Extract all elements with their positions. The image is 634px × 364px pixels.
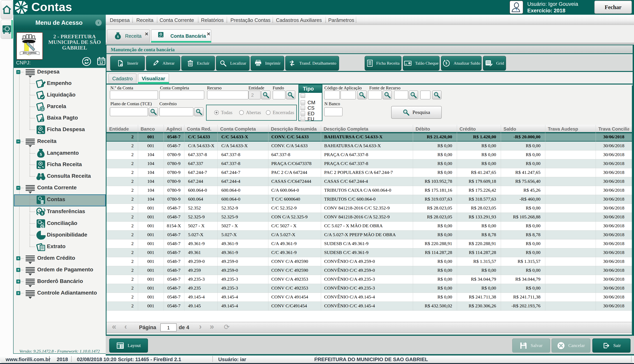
svg-text:$: $ [40,152,42,157]
svg-text:12: 12 [99,60,103,64]
svg-text:$: $ [42,107,43,110]
svg-text:$: $ [409,62,410,64]
svg-text:$: $ [446,61,447,65]
svg-text:$: $ [117,34,119,38]
svg-text:$: $ [42,119,43,122]
svg-text:$: $ [42,212,43,215]
